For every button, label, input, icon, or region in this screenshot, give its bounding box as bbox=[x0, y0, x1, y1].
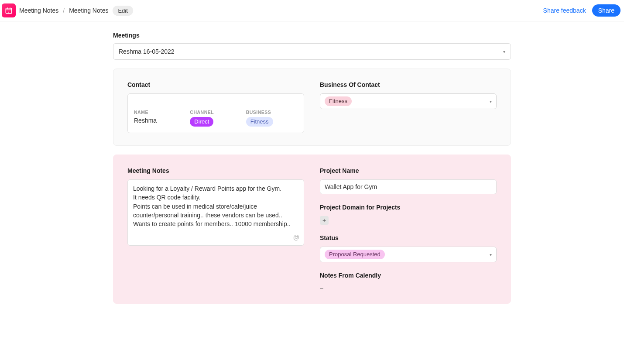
meetings-selected-value: Reshma 16-05-2022 bbox=[119, 48, 175, 55]
status-field: Status Proposal Requested ▾ bbox=[320, 234, 497, 262]
status-select[interactable]: Proposal Requested ▾ bbox=[320, 247, 497, 262]
contact-column: Contact NAME Reshma CHANNEL Direct BUSIN… bbox=[127, 81, 304, 133]
contact-business-cell: BUSINESS Fitness bbox=[246, 110, 298, 127]
share-feedback-link[interactable]: Share feedback bbox=[543, 7, 586, 14]
chevron-down-icon: ▾ bbox=[490, 99, 492, 104]
business-of-contact-label: Business Of Contact bbox=[320, 81, 497, 88]
contact-box[interactable]: NAME Reshma CHANNEL Direct BUSINESS Fitn… bbox=[127, 93, 304, 133]
chevron-down-icon: ▾ bbox=[503, 49, 505, 54]
calendly-notes-field: Notes From Calendly – bbox=[320, 272, 497, 291]
contact-card: Contact NAME Reshma CHANNEL Direct BUSIN… bbox=[113, 69, 511, 146]
business-pill: Fitness bbox=[246, 117, 273, 127]
meeting-notes-column: Meeting Notes Looking for a Loyalty / Re… bbox=[127, 167, 304, 291]
channel-label: CHANNEL bbox=[190, 110, 241, 115]
meetings-label: Meetings bbox=[113, 32, 511, 39]
business-of-contact-column: Business Of Contact Fitness ▾ bbox=[320, 81, 497, 133]
topbar-right: Share feedback Share bbox=[543, 4, 621, 17]
chevron-down-icon: ▾ bbox=[490, 252, 492, 257]
svg-text:7: 7 bbox=[8, 10, 10, 13]
channel-pill: Direct bbox=[190, 117, 213, 127]
page-content: Meetings Reshma 16-05-2022 ▾ Contact NAM… bbox=[113, 21, 511, 321]
meeting-notes-text: Looking for a Loyalty / Reward Points ap… bbox=[133, 184, 298, 228]
meeting-notes-label: Meeting Notes bbox=[127, 167, 304, 174]
status-pill: Proposal Requested bbox=[325, 250, 385, 259]
project-name-label: Project Name bbox=[320, 167, 497, 174]
meeting-notes-textarea[interactable]: Looking for a Loyalty / Reward Points ap… bbox=[127, 179, 304, 246]
project-name-input[interactable] bbox=[320, 179, 497, 194]
project-name-field: Project Name bbox=[320, 167, 497, 194]
edit-button[interactable]: Edit bbox=[113, 6, 133, 16]
business-label: BUSINESS bbox=[246, 110, 298, 115]
business-of-contact-select[interactable]: Fitness ▾ bbox=[320, 93, 497, 109]
name-value: Reshma bbox=[134, 117, 185, 124]
name-label: NAME bbox=[134, 110, 185, 115]
calendar-icon: 7 bbox=[5, 7, 13, 14]
breadcrumb-current[interactable]: Meeting Notes bbox=[69, 7, 108, 14]
share-button[interactable]: Share bbox=[592, 4, 621, 17]
topbar: 7 Meeting Notes / Meeting Notes Edit Sha… bbox=[0, 0, 624, 21]
topbar-left: 7 Meeting Notes / Meeting Notes Edit bbox=[2, 3, 133, 17]
project-domain-field: Project Domain for Projects + bbox=[320, 204, 497, 225]
status-label: Status bbox=[320, 234, 497, 241]
meetings-select[interactable]: Reshma 16-05-2022 ▾ bbox=[113, 43, 511, 60]
breadcrumb: Meeting Notes / Meeting Notes Edit bbox=[19, 6, 133, 16]
breadcrumb-separator: / bbox=[63, 7, 65, 14]
meetings-section: Meetings Reshma 16-05-2022 ▾ bbox=[113, 32, 511, 60]
contact-label: Contact bbox=[127, 81, 304, 88]
project-domain-label: Project Domain for Projects bbox=[320, 204, 497, 211]
breadcrumb-root[interactable]: Meeting Notes bbox=[19, 7, 58, 14]
calendly-notes-label: Notes From Calendly bbox=[320, 272, 497, 279]
calendly-notes-value: – bbox=[320, 284, 497, 291]
business-of-contact-pill: Fitness bbox=[325, 96, 352, 106]
notes-right-column: Project Name Project Domain for Projects… bbox=[320, 167, 497, 291]
contact-name-cell: NAME Reshma bbox=[134, 110, 185, 127]
notes-card: Meeting Notes Looking for a Loyalty / Re… bbox=[113, 155, 511, 304]
add-domain-button[interactable]: + bbox=[320, 216, 329, 225]
app-icon[interactable]: 7 bbox=[2, 3, 16, 17]
contact-channel-cell: CHANNEL Direct bbox=[190, 110, 241, 127]
mention-icon[interactable]: @ bbox=[293, 233, 299, 242]
